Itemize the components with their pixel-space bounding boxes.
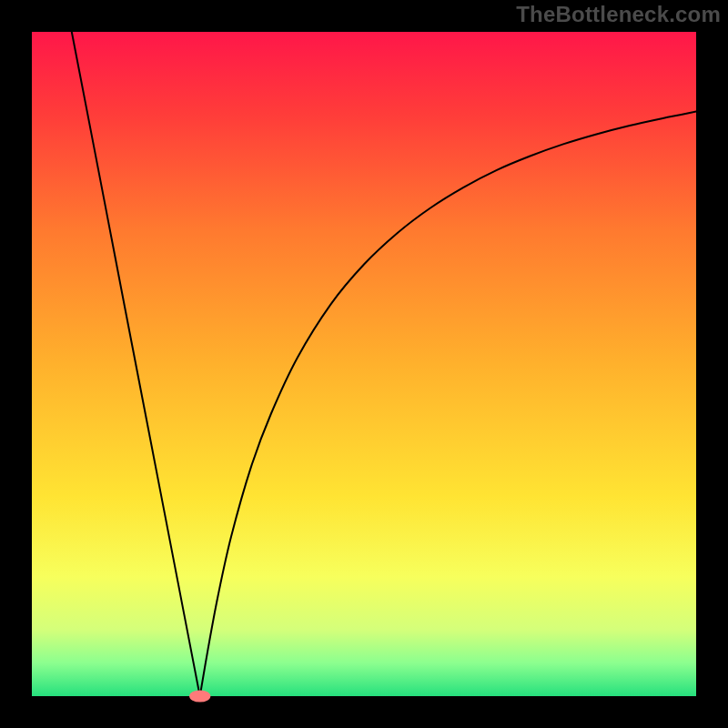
bottleneck-chart: [0, 0, 728, 728]
plot-background: [32, 32, 696, 696]
chart-frame: TheBottleneck.com: [0, 0, 728, 728]
min-marker: [189, 690, 210, 702]
